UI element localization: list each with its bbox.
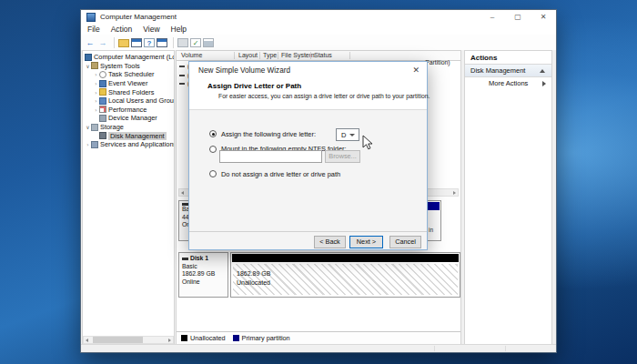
disk1-label-box[interactable]: Disk 1 Basic 1862.89 GB Online bbox=[178, 252, 228, 298]
close-button[interactable]: ✕ bbox=[531, 10, 556, 24]
radio-no-drive-letter[interactable] bbox=[209, 170, 217, 177]
event-viewer-icon bbox=[99, 80, 106, 87]
tree-item-event-viewer[interactable]: › Event Viewer bbox=[83, 79, 174, 88]
chevron-down-icon[interactable]: ∨ bbox=[85, 63, 91, 69]
legend-primary-partition-label: Primary partition bbox=[242, 334, 290, 342]
check-disk-icon[interactable]: ✓ bbox=[190, 38, 201, 47]
dialog-close-icon[interactable]: ✕ bbox=[412, 66, 420, 75]
column-volume[interactable]: Volume bbox=[181, 52, 202, 58]
tree-item-disk-management[interactable]: Disk Management bbox=[83, 131, 174, 140]
computer-icon bbox=[85, 54, 92, 61]
chevron-down-icon[interactable]: ∨ bbox=[85, 124, 91, 130]
volume-icon bbox=[179, 83, 185, 85]
console-tree-panel: Computer Management (Local ∨ System Tool… bbox=[82, 50, 175, 345]
desktop: Computer Management – ▢ ✕ File Action Vi… bbox=[0, 0, 637, 364]
disk-icon bbox=[182, 258, 188, 260]
tree-item-storage[interactable]: ∨ Storage bbox=[83, 123, 174, 132]
title-bar[interactable]: Computer Management – ▢ ✕ bbox=[81, 10, 556, 24]
scrollbar-thumb[interactable] bbox=[93, 337, 143, 343]
next-button[interactable]: Next > bbox=[349, 236, 383, 248]
actions-panel: Actions Disk Management More Actions bbox=[464, 50, 552, 345]
menu-bar: File Action View Help bbox=[81, 24, 556, 35]
divider bbox=[189, 231, 427, 232]
collapse-icon[interactable] bbox=[540, 69, 545, 73]
chevron-right-icon[interactable]: › bbox=[93, 80, 99, 86]
console-window-icon[interactable] bbox=[131, 38, 142, 47]
back-button[interactable]: < Back bbox=[314, 236, 346, 248]
radio-assign-drive-letter[interactable] bbox=[209, 130, 217, 137]
tree-item-services-applications[interactable]: › Services and Applications bbox=[83, 140, 174, 149]
more-actions-item[interactable]: More Actions bbox=[465, 77, 551, 89]
chevron-right-icon[interactable]: › bbox=[93, 97, 99, 104]
column-status[interactable]: Status bbox=[314, 52, 332, 58]
tree-item-performance[interactable]: › Performance bbox=[83, 106, 174, 115]
volume-list-header: Volume Layout Type File System Status bbox=[177, 51, 460, 61]
mount-path-input[interactable] bbox=[219, 150, 322, 163]
tree-item-local-users-groups[interactable]: › Local Users and Groups bbox=[83, 96, 174, 106]
dialog-title: New Simple Volume Wizard bbox=[198, 66, 290, 75]
scheduler-icon bbox=[99, 71, 106, 78]
scroll-left-icon[interactable] bbox=[84, 337, 92, 343]
toolbar: ← → ? ✓ bbox=[81, 35, 556, 51]
chevron-right-icon[interactable]: › bbox=[93, 71, 99, 77]
action-pane-icon[interactable] bbox=[177, 38, 188, 47]
tree-item-system-tools[interactable]: ∨ System Tools bbox=[83, 62, 174, 71]
wizard-heading: Assign Drive Letter or Path bbox=[207, 82, 301, 90]
tree-item-computer-management[interactable]: Computer Management (Local bbox=[83, 53, 174, 62]
status-bar bbox=[81, 344, 556, 352]
scroll-right-icon[interactable] bbox=[450, 189, 458, 196]
scroll-right-icon[interactable] bbox=[165, 337, 173, 343]
window-title: Computer Management bbox=[100, 13, 480, 21]
primary-partition-legend-swatch bbox=[233, 335, 239, 341]
actions-section-disk-management[interactable]: Disk Management bbox=[465, 65, 551, 77]
legend: Unallocated Primary partition bbox=[177, 331, 460, 344]
users-icon bbox=[99, 97, 106, 105]
partition-size: 1862.89 GB bbox=[237, 270, 270, 277]
disk1-unallocated-strip[interactable]: 1862.89 GB Unallocated bbox=[230, 252, 460, 298]
submenu-arrow-icon bbox=[542, 81, 546, 86]
column-layout[interactable]: Layout bbox=[238, 52, 258, 58]
wizard-body: Assign the following drive letter: D Mou… bbox=[189, 110, 427, 249]
chevron-right-icon[interactable]: › bbox=[93, 106, 99, 113]
chevron-right-icon[interactable]: › bbox=[93, 89, 99, 96]
scroll-left-icon[interactable] bbox=[179, 189, 187, 196]
console-window2-icon[interactable] bbox=[157, 38, 167, 47]
device-manager-icon bbox=[99, 115, 106, 122]
folder-icon bbox=[99, 88, 106, 96]
export-folder-icon[interactable] bbox=[118, 39, 129, 47]
menu-action[interactable]: Action bbox=[111, 25, 133, 34]
performance-icon bbox=[99, 106, 106, 113]
column-type[interactable]: Type bbox=[263, 52, 277, 58]
tree-item-task-scheduler[interactable]: › Task Scheduler bbox=[83, 70, 174, 79]
actions-title: Actions bbox=[465, 51, 551, 65]
forward-icon[interactable]: → bbox=[97, 37, 108, 48]
browse-button[interactable]: Browse... bbox=[325, 150, 360, 163]
radio-mount-ntfs-folder[interactable] bbox=[209, 146, 217, 153]
disk-management-icon bbox=[99, 132, 106, 139]
back-icon[interactable]: ← bbox=[85, 37, 96, 48]
drive-letter-dropdown[interactable]: D bbox=[336, 128, 359, 141]
radio-assign-label: Assign the following drive letter: bbox=[221, 130, 316, 138]
minimize-button[interactable]: – bbox=[480, 10, 505, 24]
help-icon[interactable]: ? bbox=[144, 38, 155, 47]
toolbar-separator bbox=[114, 37, 115, 48]
menu-view[interactable]: View bbox=[143, 25, 159, 34]
drive-letter-value: D bbox=[341, 131, 346, 139]
menu-file[interactable]: File bbox=[87, 25, 100, 34]
tree-horizontal-scrollbar[interactable] bbox=[83, 336, 174, 344]
mouse-cursor-icon bbox=[362, 135, 373, 151]
legend-unallocated-label: Unallocated bbox=[190, 334, 226, 342]
disk1-status: Online bbox=[182, 278, 228, 287]
screen-icon[interactable] bbox=[203, 38, 214, 47]
menu-help[interactable]: Help bbox=[171, 25, 187, 34]
tree-item-shared-folders[interactable]: › Shared Folders bbox=[83, 87, 174, 96]
tree-item-device-manager[interactable]: Device Manager bbox=[83, 114, 174, 123]
disk1-type: Basic bbox=[182, 263, 228, 271]
toolbar-separator2 bbox=[173, 37, 174, 48]
dialog-title-bar[interactable]: New Simple Volume Wizard ✕ bbox=[189, 62, 427, 78]
tree: Computer Management (Local ∨ System Tool… bbox=[83, 53, 174, 149]
chevron-right-icon[interactable]: › bbox=[85, 141, 91, 147]
chevron-down-icon bbox=[349, 134, 355, 136]
maximize-button[interactable]: ▢ bbox=[505, 10, 531, 24]
cancel-button[interactable]: Cancel bbox=[389, 236, 421, 248]
